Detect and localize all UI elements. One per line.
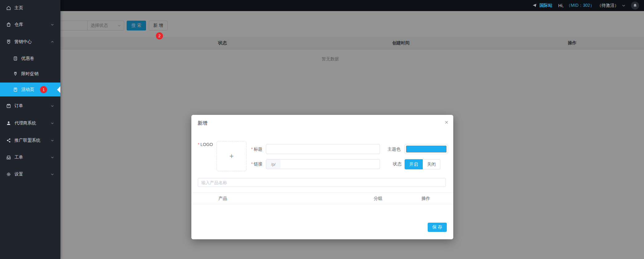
coupon-icon (13, 56, 18, 61)
required-mark: * (251, 147, 253, 152)
account-status-text: （待激活） (597, 3, 619, 8)
home-icon (6, 6, 11, 10)
product-search-input[interactable] (198, 178, 446, 187)
mid-text: （MID：302） (566, 3, 594, 8)
logo-upload-button[interactable]: + (217, 141, 247, 171)
sidebar-item-agent-system[interactable]: 代理商系统 (0, 117, 60, 129)
order-icon (6, 103, 11, 108)
theme-color-picker[interactable] (405, 144, 448, 154)
sidebar-item-label: 推广联盟系统 (14, 138, 40, 143)
sidebar-item-label: 代理商系统 (14, 120, 36, 126)
sidebar-item-coupons[interactable]: 优惠卷 (0, 52, 60, 65)
site-link[interactable]: 国际站 (540, 3, 552, 8)
column-header-group: 分组 (374, 196, 382, 201)
chevron-down-icon (51, 139, 54, 142)
link-input[interactable] (280, 159, 380, 169)
gear-icon (6, 172, 11, 177)
share-icon (6, 138, 11, 143)
marketing-icon (6, 39, 11, 44)
add-dialog: 新增 × *LOGO + *标题 主题色 *链接 /p/ 状态 开启 关闭 (191, 115, 453, 239)
logo-field-label: *LOGO (198, 142, 213, 147)
top-header: 国际站 Hi, （MID：302） （待激活） (60, 0, 644, 11)
sidebar-item-flash-sale[interactable]: 限时促销 (0, 68, 60, 80)
chevron-down-icon (51, 104, 54, 108)
agent-user-icon (6, 121, 11, 126)
sidebar-item-affiliate-system[interactable]: 推广联盟系统 (0, 134, 60, 147)
status-off-button[interactable]: 关闭 (423, 159, 440, 169)
sidebar-item-activity-page[interactable]: 活动页 1 (0, 83, 60, 96)
greeting-text: Hi, (558, 3, 564, 8)
chevron-down-icon (51, 156, 54, 159)
app-root: 国际站 Hi, （MID：302） （待激活） 主页 (0, 0, 644, 259)
chevron-down-icon (51, 23, 54, 26)
sidebar-item-work-orders[interactable]: 工单 (0, 151, 60, 164)
product-table-header: 产品 分组 操作 (191, 192, 453, 204)
chevron-down-icon (51, 121, 54, 125)
activity-count-badge: 1 (40, 86, 47, 93)
sidebar-item-label: 订单 (14, 103, 23, 109)
ticket-inbox-icon (6, 155, 11, 160)
required-mark: * (198, 142, 199, 147)
sidebar-item-label: 仓库 (14, 22, 23, 27)
sidebar-item-label: 主页 (14, 5, 23, 11)
close-icon[interactable]: × (445, 119, 448, 125)
sidebar-item-home[interactable]: 主页 (0, 2, 60, 14)
status-on-button[interactable]: 开启 (405, 159, 423, 169)
column-header-product: 产品 (218, 196, 227, 201)
chevron-up-icon (51, 40, 54, 44)
header-right-group: 国际站 Hi, （MID：302） （待激活） (532, 2, 644, 10)
paper-plane-icon (532, 3, 537, 8)
sidebar-item-settings[interactable]: 设置 (0, 168, 60, 180)
sidebar: 主页 仓库 营销中心 (0, 0, 60, 259)
title-field-label: *标题 (251, 147, 262, 152)
dialog-title: 新增 (198, 120, 207, 127)
required-mark: * (251, 161, 253, 166)
tag-icon (13, 71, 18, 76)
sidebar-item-label: 活动页 (21, 87, 34, 92)
notification-bell-button[interactable] (631, 2, 639, 10)
plus-icon: + (229, 152, 234, 160)
sidebar-item-label: 优惠卷 (21, 56, 34, 61)
bag-icon (6, 22, 11, 27)
activity-icon (13, 87, 18, 92)
sidebar-item-label: 设置 (14, 172, 23, 177)
bell-icon (633, 3, 637, 8)
sidebar-item-label: 工单 (14, 155, 23, 160)
save-button[interactable]: 保 存 (428, 223, 447, 232)
link-field-label: *链接 (251, 161, 262, 167)
sidebar-item-orders[interactable]: 订单 (0, 100, 60, 112)
sidebar-item-label: 营销中心 (14, 39, 32, 45)
sidebar-item-warehouse[interactable]: 仓库 (0, 18, 60, 31)
chevron-down-icon[interactable] (622, 3, 626, 8)
theme-color-label: 主题色 (388, 147, 401, 152)
link-prefix-addon: /p/ (266, 159, 281, 169)
theme-color-swatch (406, 146, 446, 152)
add-button-badge: 2 (156, 32, 163, 39)
title-input[interactable] (266, 144, 380, 154)
sidebar-item-marketing-center[interactable]: 营销中心 (0, 36, 60, 48)
column-header-actions: 操作 (422, 196, 430, 201)
chevron-down-icon (51, 172, 54, 176)
status-field-label: 状态 (393, 161, 401, 167)
sidebar-item-label: 限时促销 (21, 71, 39, 77)
